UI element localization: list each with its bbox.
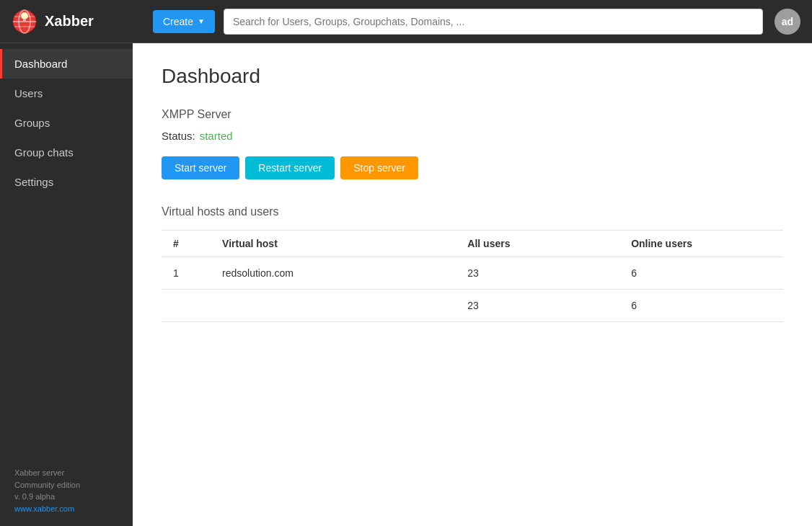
restart-server-label: Restart server bbox=[258, 162, 322, 174]
row-host: redsolution.com bbox=[211, 257, 456, 290]
logo-text: Xabber bbox=[45, 13, 94, 30]
sidebar-item-settings[interactable]: Settings bbox=[0, 167, 133, 197]
status-row: Status: started bbox=[162, 130, 783, 142]
stop-server-label: Stop server bbox=[353, 162, 405, 174]
sidebar-item-group-chats-label: Group chats bbox=[14, 146, 74, 159]
page-title: Dashboard bbox=[162, 65, 783, 88]
virtual-hosts-section: Virtual hosts and users # Virtual host A… bbox=[162, 205, 783, 322]
header-center: Create ▼ bbox=[153, 9, 763, 35]
main-content: Dashboard XMPP Server Status: started St… bbox=[133, 43, 812, 526]
footer-line3: v. 0.9 alpha bbox=[14, 491, 118, 503]
footer-line1: Xabber server bbox=[14, 467, 118, 479]
footer-line2: Community edition bbox=[14, 479, 118, 491]
row-online-users: 6 bbox=[619, 257, 783, 290]
sidebar-item-groups-label: Groups bbox=[14, 117, 50, 129]
create-button[interactable]: Create ▼ bbox=[153, 10, 215, 33]
avatar-initials: ad bbox=[782, 16, 793, 27]
xmpp-section-title: XMPP Server bbox=[162, 108, 783, 121]
col-header-num: # bbox=[162, 231, 211, 257]
totals-online-users: 6 bbox=[619, 290, 783, 322]
col-header-all-users: All users bbox=[456, 231, 619, 257]
status-badge: started bbox=[200, 130, 233, 142]
caret-icon: ▼ bbox=[198, 17, 205, 25]
footer-link-text: www.xabber.com bbox=[14, 504, 74, 513]
avatar[interactable]: ad bbox=[775, 9, 800, 35]
start-server-label: Start server bbox=[175, 162, 226, 174]
restart-server-button[interactable]: Restart server bbox=[245, 156, 335, 179]
virtual-hosts-table: # Virtual host All users Online users 1 … bbox=[162, 230, 783, 322]
col-header-online-users: Online users bbox=[619, 231, 783, 257]
footer-link[interactable]: www.xabber.com bbox=[14, 504, 74, 513]
table-totals-row: 23 6 bbox=[162, 290, 783, 322]
totals-num bbox=[162, 290, 211, 322]
table-row: 1 redsolution.com 23 6 bbox=[162, 257, 783, 290]
sidebar-item-settings-label: Settings bbox=[14, 176, 53, 188]
sidebar-item-users-label: Users bbox=[14, 87, 43, 99]
status-label: Status: bbox=[162, 130, 195, 142]
search-input[interactable] bbox=[224, 9, 763, 35]
svg-point-6 bbox=[21, 12, 28, 19]
row-all-users: 23 bbox=[456, 257, 619, 290]
row-num: 1 bbox=[162, 257, 211, 290]
layout: Dashboard Users Groups Group chats Setti… bbox=[0, 43, 812, 526]
sidebar-item-users[interactable]: Users bbox=[0, 79, 133, 108]
create-button-label: Create bbox=[163, 16, 193, 27]
sidebar: Dashboard Users Groups Group chats Setti… bbox=[0, 43, 133, 526]
sidebar-item-group-chats[interactable]: Group chats bbox=[0, 138, 133, 167]
sidebar-item-dashboard-label: Dashboard bbox=[14, 58, 67, 70]
start-server-button[interactable]: Start server bbox=[162, 156, 239, 179]
server-buttons: Start server Restart server Stop server bbox=[162, 156, 783, 179]
sidebar-footer: Xabber server Community edition v. 0.9 a… bbox=[0, 455, 133, 526]
table-header-row: # Virtual host All users Online users bbox=[162, 231, 783, 257]
virtual-hosts-title: Virtual hosts and users bbox=[162, 205, 783, 218]
col-header-host: Virtual host bbox=[211, 231, 456, 257]
sidebar-item-groups[interactable]: Groups bbox=[0, 108, 133, 138]
logo-area: Xabber bbox=[12, 9, 141, 35]
xabber-logo-icon bbox=[12, 9, 37, 35]
totals-all-users: 23 bbox=[456, 290, 619, 322]
totals-host bbox=[211, 290, 456, 322]
sidebar-item-dashboard[interactable]: Dashboard bbox=[0, 49, 133, 79]
stop-server-button[interactable]: Stop server bbox=[340, 156, 418, 179]
header: Xabber Create ▼ ad bbox=[0, 0, 812, 43]
svg-rect-7 bbox=[23, 19, 26, 21]
